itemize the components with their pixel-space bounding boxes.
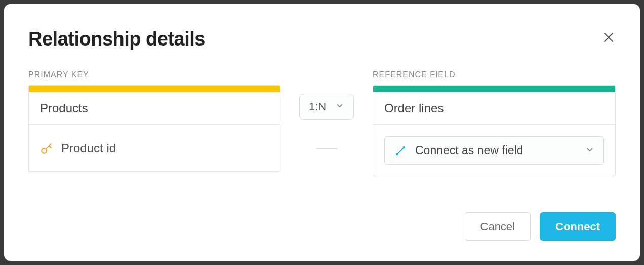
dialog-header: Relationship details xyxy=(28,28,616,50)
primary-card-body: Product id xyxy=(29,125,280,171)
reference-field-card: Order lines Connect as new field xyxy=(373,85,616,176)
svg-line-4 xyxy=(49,146,51,148)
primary-key-card: Products Product id xyxy=(28,85,280,172)
reference-table-name: Order lines xyxy=(373,92,615,125)
content-row: Products Product id 1:N xyxy=(28,85,616,176)
cardinality-select[interactable]: 1:N xyxy=(299,94,354,120)
primary-table-name: Products xyxy=(29,92,280,125)
primary-field-name: Product id xyxy=(61,141,116,155)
reference-field-select-label: Connect as new field xyxy=(415,144,585,157)
primary-key-row: Product id xyxy=(40,141,116,155)
connect-icon xyxy=(394,144,407,157)
close-icon xyxy=(602,31,615,43)
chevron-down-icon xyxy=(585,145,594,156)
cardinality-column: 1:N xyxy=(280,85,373,149)
reference-field-label: REFERENCE FIELD xyxy=(373,70,616,79)
primary-key-label: PRIMARY KEY xyxy=(28,70,280,79)
cardinality-value: 1:N xyxy=(309,100,326,113)
chevron-down-icon xyxy=(335,100,344,113)
relationship-dialog: Relationship details PRIMARY KEY REFEREN… xyxy=(4,4,640,261)
section-labels: PRIMARY KEY REFERENCE FIELD xyxy=(28,70,616,79)
reference-card-body: Connect as new field xyxy=(373,125,615,176)
dialog-title: Relationship details xyxy=(28,28,205,50)
reference-accent-bar xyxy=(373,86,615,92)
key-icon xyxy=(40,142,53,155)
connector-line xyxy=(316,148,337,149)
cancel-button[interactable]: Cancel xyxy=(465,212,531,241)
close-button[interactable] xyxy=(601,30,616,45)
connect-button[interactable]: Connect xyxy=(540,212,616,241)
dialog-footer: Cancel Connect xyxy=(28,212,616,241)
reference-field-select[interactable]: Connect as new field xyxy=(384,136,604,165)
primary-accent-bar xyxy=(29,86,280,92)
